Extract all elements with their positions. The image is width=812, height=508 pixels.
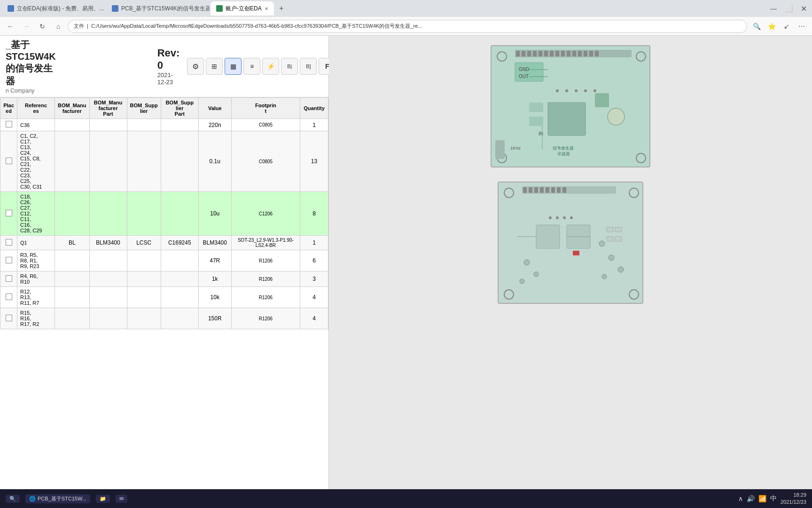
app-header: _基于STC15W4K的信号发生器 n Company Rev: 0 2021-… (0, 36, 328, 97)
address-input[interactable] (68, 20, 747, 33)
svg-rect-19 (589, 51, 593, 56)
table-row: C36 220n C0805 1 (0, 119, 328, 131)
col-footprint: Footprint (231, 98, 300, 119)
svg-rect-30 (529, 117, 543, 126)
extension-icon-3[interactable]: ↙ (780, 20, 793, 33)
col-references: References (17, 98, 55, 119)
svg-rect-57 (536, 225, 560, 248)
svg-rect-16 (572, 51, 576, 56)
restore-button[interactable]: ⬜ (782, 2, 795, 15)
row-quantity: 1 (300, 119, 328, 131)
row-footprint: R1206 (231, 271, 300, 287)
taskbar-search[interactable]: 🔍 (6, 495, 20, 503)
row-bom-supplier-part (161, 287, 198, 308)
row-checkbox-cell[interactable] (0, 308, 17, 329)
extension-icon-2[interactable]: ⭐ (765, 20, 778, 33)
col-bom-supplier: BOM_Supplier (127, 98, 161, 119)
svg-point-65 (618, 267, 624, 272)
minimize-button[interactable]: — (767, 2, 780, 15)
row-quantity: 4 (300, 308, 328, 329)
row-checkbox[interactable] (6, 239, 12, 246)
svg-rect-29 (529, 103, 543, 112)
row-footprint: SOT-23_L2.9-W1.3-P1.90-LS2.4-BR (231, 236, 300, 250)
pcb-preview-2 (498, 182, 643, 304)
forward-button[interactable]: → (20, 20, 33, 33)
svg-rect-28 (548, 103, 586, 135)
row-value: 220n (198, 119, 231, 131)
current-date: 2021/12/23 (781, 499, 806, 506)
row-bom-supplier (127, 308, 161, 329)
row-bom-supplier-part (161, 271, 198, 287)
row-bom-supplier-part (161, 192, 198, 236)
tab-3-close[interactable]: ✕ (265, 6, 268, 11)
sys-icon-notification[interactable]: ∧ (738, 495, 743, 502)
row-bom-mfr (55, 287, 90, 308)
right-panel: GND OUT IN 1KHz 信号发生器 (329, 36, 812, 508)
app-title-group: _基于STC15W4K的信号发生器 n Company (6, 39, 56, 94)
row-checkbox[interactable] (6, 294, 12, 300)
row-bom-mfr (55, 250, 90, 271)
row-checkbox-cell[interactable] (0, 287, 17, 308)
row-checkbox[interactable] (6, 257, 12, 263)
svg-point-61 (534, 272, 539, 277)
tab-3[interactable]: 账户-立创EDA ✕ (211, 1, 274, 16)
tab-3-label: 账户-立创EDA (226, 5, 262, 13)
row-references: C1, C2, C17, C13, C24, C15, C8, C21, C22… (17, 131, 55, 192)
row-checkbox[interactable] (6, 158, 12, 164)
tool-layout2[interactable]: B] (300, 58, 317, 75)
main-area: _基于STC15W4K的信号发生器 n Company Rev: 0 2021-… (0, 36, 812, 508)
row-value: 47R (198, 250, 231, 271)
tool-export[interactable]: ⚡ (262, 58, 279, 75)
taskbar-pcb[interactable]: 🌐 PCB_基于STC15W... (25, 494, 90, 503)
home-button[interactable]: ⌂ (52, 20, 65, 33)
table-row: R12, R13, R11, R7 10k R1206 4 (0, 287, 328, 308)
svg-rect-12 (550, 51, 554, 56)
taskbar-mail[interactable]: ✉ (116, 495, 127, 503)
row-checkbox-cell[interactable] (0, 236, 17, 250)
refresh-button[interactable]: ↻ (36, 20, 49, 33)
row-bom-mfr (55, 131, 90, 192)
row-bom-supplier: LCSC (127, 236, 161, 250)
row-value: 1k (198, 271, 231, 287)
tool-table[interactable]: ▦ (225, 58, 242, 75)
new-tab-button[interactable]: + (275, 2, 288, 15)
row-checkbox-cell[interactable] (0, 192, 17, 236)
tool-layout1[interactable]: B| (281, 58, 298, 75)
address-bar: ← → ↻ ⌂ 🔍 ⭐ ↙ ⋯ (0, 17, 812, 36)
svg-point-68 (556, 216, 559, 219)
close-button[interactable]: ✕ (797, 2, 810, 15)
tab-2[interactable]: PCB_基于STC15W4K的信号发生器... ✕ (106, 1, 210, 16)
svg-rect-71 (607, 227, 613, 232)
row-checkbox[interactable] (6, 315, 12, 321)
sys-icon-speaker[interactable]: 🔊 (747, 495, 755, 502)
svg-point-66 (602, 274, 607, 279)
row-footprint: R1206 (231, 308, 300, 329)
bom-table: Placed References BOM_Manufacturer BOM_M… (0, 97, 328, 329)
row-checkbox-cell[interactable] (0, 131, 17, 192)
row-checkbox-cell[interactable] (0, 271, 17, 287)
tool-settings[interactable]: ⚙ (187, 58, 204, 75)
row-checkbox[interactable] (6, 275, 12, 282)
row-checkbox-cell[interactable] (0, 119, 17, 131)
tab-1[interactable]: 立创EDA(标准版) - 免费、易用、... ✕ (2, 1, 105, 16)
extension-icon-1[interactable]: 🔍 (750, 20, 763, 33)
sys-icon-network[interactable]: 📶 (758, 495, 766, 502)
sys-icon-lang[interactable]: 中 (770, 494, 777, 503)
back-button[interactable]: ← (4, 20, 17, 33)
table-row: C1, C2, C17, C13, C24, C15, C8, C21, C22… (0, 131, 328, 192)
tool-list[interactable]: ≡ (243, 58, 260, 75)
row-checkbox[interactable] (6, 210, 12, 216)
svg-point-62 (520, 279, 524, 284)
row-bom-supplier (127, 287, 161, 308)
svg-point-42 (593, 89, 596, 92)
settings-icon[interactable]: ⋯ (795, 20, 808, 33)
tool-grid[interactable]: ⊞ (206, 58, 223, 75)
row-checkbox[interactable] (6, 121, 12, 127)
taskbar-folder[interactable]: 📁 (96, 495, 110, 503)
svg-rect-22 (495, 140, 505, 159)
row-checkbox-cell[interactable] (0, 250, 17, 271)
svg-rect-59 (573, 251, 579, 255)
current-time: 18:29 (781, 492, 806, 499)
row-bom-mfr (55, 271, 90, 287)
svg-point-67 (549, 216, 552, 219)
